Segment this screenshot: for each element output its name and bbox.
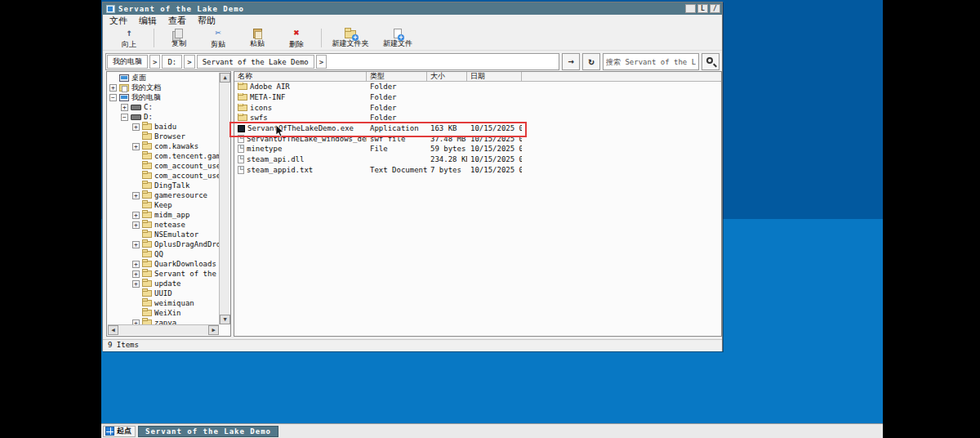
copy-button[interactable]: 复制 <box>159 26 198 50</box>
tree-item-folder[interactable]: +gameresource <box>108 190 219 200</box>
search-button[interactable] <box>702 53 719 70</box>
tree-item-folder[interactable]: com.tencent.game <box>108 151 219 161</box>
expand-icon[interactable]: + <box>132 123 140 131</box>
up-button[interactable]: ↑ 向上 <box>109 26 149 50</box>
folder-icon <box>142 212 152 218</box>
column-header-type[interactable]: 类型 <box>367 72 427 81</box>
collapse-icon[interactable]: − <box>121 114 128 121</box>
tree-item-folder[interactable]: +OplusDragAndDrop <box>108 239 219 249</box>
table-row[interactable]: steam_api.dll 234.28 KB 10/15/2025 0... <box>234 154 721 165</box>
menu-edit[interactable]: 编辑 <box>139 15 157 27</box>
expand-icon[interactable]: + <box>132 192 140 199</box>
breadcrumb-drive-d[interactable]: D: <box>162 55 182 69</box>
expand-icon[interactable]: + <box>132 280 140 288</box>
tree-item-folder[interactable]: +baidu <box>108 122 219 132</box>
tree-item-folder[interactable]: Keep <box>108 200 219 210</box>
scroll-right-icon[interactable]: ▶ <box>208 325 219 335</box>
tree-item-folder[interactable]: +QuarkDownloads <box>108 259 219 269</box>
delete-x-icon: ✖ <box>293 27 299 39</box>
file-icon <box>238 145 244 153</box>
scroll-up-icon[interactable]: ▲ <box>220 73 230 83</box>
tree-item-folder[interactable]: UUID <box>108 288 219 298</box>
expand-icon[interactable]: + <box>109 84 117 92</box>
chevron-right-icon[interactable]: > <box>184 55 194 69</box>
tree-item-folder[interactable]: com_account_userce <box>108 171 219 181</box>
tree-item-folder[interactable]: +midm_app <box>108 210 219 220</box>
table-row-exe-highlighted[interactable]: ServantOfTheLakeDemo.exe Application 163… <box>234 123 721 134</box>
desktop: Servant of the Lake Demo L / 文件 编辑 查看 帮助… <box>101 0 883 438</box>
collapse-icon[interactable]: − <box>109 94 117 101</box>
tree-item-folder[interactable]: weimiquan <box>108 298 219 308</box>
start-button[interactable]: 起点 <box>103 426 136 437</box>
table-row[interactable]: META-INF Folder <box>234 92 721 103</box>
expand-icon[interactable]: + <box>132 143 140 150</box>
tree-item-folder[interactable]: Browser <box>108 132 219 141</box>
minimize-button[interactable] <box>685 4 696 13</box>
chevron-right-icon[interactable]: > <box>149 55 160 69</box>
menu-file[interactable]: 文件 <box>109 15 127 27</box>
table-row[interactable]: swfs Folder <box>234 113 721 123</box>
tree-item-folder[interactable]: +update <box>108 279 219 288</box>
scroll-left-icon[interactable]: ◀ <box>108 325 118 335</box>
tree-item-drive-c[interactable]: +C: <box>108 102 219 112</box>
tree-item-folder[interactable]: +netease <box>108 220 219 230</box>
expand-icon[interactable]: + <box>132 221 140 229</box>
up-arrow-icon: ↑ <box>126 27 131 39</box>
expand-icon[interactable]: + <box>132 212 140 219</box>
table-row[interactable]: minetype File 59 bytes 10/15/2025 0... <box>234 144 721 154</box>
expand-icon[interactable]: + <box>121 104 128 111</box>
title-bar[interactable]: Servant of the Lake Demo L / <box>103 2 722 15</box>
column-header-size[interactable]: 大小 <box>427 72 467 81</box>
close-button[interactable]: / <box>710 4 720 13</box>
expand-icon[interactable]: + <box>132 241 140 248</box>
tree-item-folder[interactable]: DingTalk <box>108 181 219 190</box>
folder-icon <box>142 133 152 140</box>
search-input[interactable] <box>603 53 699 70</box>
tree-item-my-computer[interactable]: −我的电脑 <box>108 92 219 102</box>
tree-item-folder[interactable]: QQ <box>108 249 219 259</box>
menu-view[interactable]: 查看 <box>168 15 186 27</box>
delete-button[interactable]: ✖ 删除 <box>277 26 316 50</box>
folder-icon <box>142 192 152 199</box>
scroll-down-icon[interactable]: ▼ <box>220 315 230 324</box>
folder-icon <box>142 231 152 238</box>
folder-icon <box>142 310 152 316</box>
tree-item-my-documents[interactable]: +我的文档 <box>108 83 219 92</box>
new-folder-button[interactable]: 新建文件夹 <box>327 26 374 50</box>
go-button[interactable]: → <box>562 53 580 70</box>
table-row[interactable]: ServantOfTheLake_windows_demo.swf swf fi… <box>234 133 721 144</box>
tree-item-drive-d[interactable]: −D: <box>108 112 219 122</box>
file-icon <box>238 135 244 143</box>
paste-button[interactable]: 粘贴 <box>238 26 277 50</box>
tree-item-folder[interactable]: com_account_userce <box>108 161 219 171</box>
table-row[interactable]: steam_appid.txt Text Document 7 bytes 10… <box>234 165 721 176</box>
expand-icon[interactable]: + <box>132 261 140 268</box>
paste-icon <box>253 29 262 38</box>
column-header-name[interactable]: 名称 <box>234 72 367 81</box>
tree-horizontal-scrollbar[interactable]: ◀ ▶ <box>108 324 219 335</box>
menu-help[interactable]: 帮助 <box>198 15 216 27</box>
tree-item-folder[interactable]: +Servant of the Lak <box>108 269 219 279</box>
table-row[interactable]: Adobe AIR Folder <box>234 82 721 92</box>
expand-icon[interactable]: + <box>132 270 140 278</box>
documents-icon <box>119 84 129 92</box>
tree-item-folder[interactable]: +com.kawaks <box>108 141 219 151</box>
column-header-date[interactable]: 日期 <box>467 72 522 81</box>
app-icon <box>106 5 115 13</box>
new-file-button[interactable]: 新建文件 <box>374 26 421 50</box>
drive-icon <box>131 105 141 110</box>
tree-vertical-scrollbar[interactable]: ▲ ▼ <box>219 73 229 324</box>
breadcrumb-current-folder[interactable]: Servant of the Lake Demo <box>197 55 314 69</box>
tree-item-folder[interactable]: +zapya <box>108 318 219 324</box>
taskbar-item-servant-of-the-lake[interactable]: Servant of the Lake Demo <box>138 426 278 437</box>
tree-item-desktop[interactable]: 桌面 <box>108 73 219 83</box>
refresh-button[interactable]: ↻ <box>582 53 600 70</box>
maximize-button[interactable]: L <box>697 4 708 13</box>
table-row[interactable]: icons Folder <box>234 102 721 113</box>
tree-item-folder[interactable]: WeiXin <box>108 308 219 318</box>
file-list-panel: 名称 类型 大小 日期 Adobe AIR Folder META-INF Fo… <box>234 71 722 337</box>
breadcrumb-my-computer[interactable]: 我的电脑 <box>107 55 148 69</box>
tree-item-folder[interactable]: NSEmulator <box>108 230 219 239</box>
cut-button[interactable]: ✂ 剪贴 <box>198 26 238 50</box>
chevron-right-icon[interactable]: > <box>316 55 327 69</box>
